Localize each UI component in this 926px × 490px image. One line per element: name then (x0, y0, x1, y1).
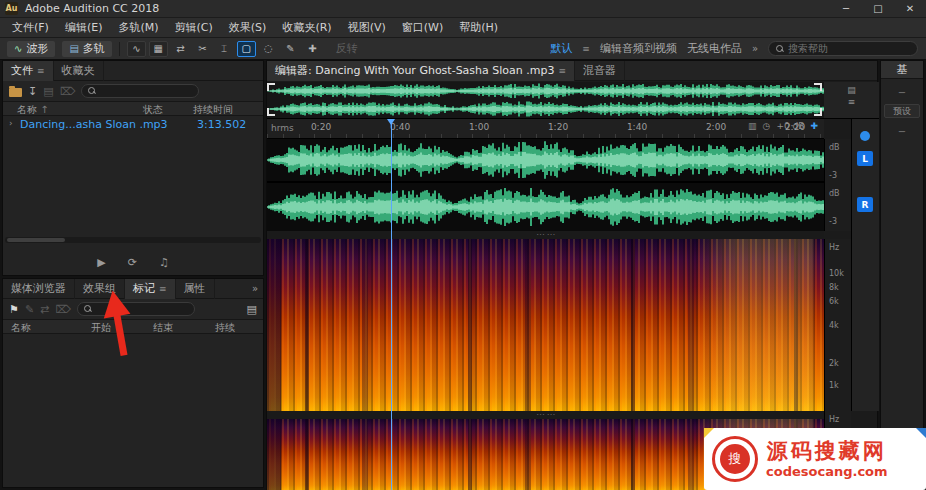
loop-icon[interactable]: ⟳ (128, 256, 137, 269)
move-tool-icon[interactable]: ⇄ (171, 41, 190, 57)
waveform-view-icon[interactable]: ∿ (127, 41, 146, 57)
freq-2k: 2k (829, 359, 839, 368)
tab-files[interactable]: 文件 ≡ (3, 61, 54, 81)
menu-file[interactable]: 文件(F) (4, 18, 57, 37)
overview-right-handle[interactable] (815, 83, 822, 116)
workspace-edit-audio-to-video[interactable]: 编辑音频到视频 (600, 41, 677, 56)
help-search-box[interactable] (768, 41, 918, 56)
spot-healing-tool-icon[interactable]: ✚ (303, 41, 322, 57)
menu-window[interactable]: 窗口(W) (394, 18, 451, 37)
menu-help[interactable]: 帮助(H) (451, 18, 506, 37)
waveform-channel-left[interactable] (267, 139, 824, 183)
left-channel-button[interactable]: L (857, 151, 873, 166)
gain-readout: +0 dB (776, 121, 804, 131)
minimize-button[interactable]: ─ (830, 0, 862, 17)
files-search-input[interactable] (100, 84, 190, 99)
col-duration[interactable]: 持续时间 (193, 103, 233, 117)
overview-strip[interactable] (267, 82, 824, 119)
channel-splitter[interactable]: ⋯ ⋯ (267, 411, 824, 419)
markers-search-icon (84, 305, 92, 313)
editor-panel: 编辑器: Dancing With Your Ghost-Sasha Sloan… (266, 60, 878, 490)
clock-icon[interactable]: ◷ (763, 121, 771, 131)
razor-tool-icon[interactable]: ✂ (193, 41, 212, 57)
tick-1-20: 1:20 (543, 122, 573, 132)
freq-10k: 10k (829, 269, 844, 278)
watermark: 搜 源码搜藏网 codesocang.com (704, 428, 926, 490)
play-icon[interactable]: ▶ (97, 256, 105, 269)
files-panel-menu-icon[interactable]: ≡ (37, 66, 45, 76)
marquee-selection-tool-icon[interactable]: ▢ (237, 41, 256, 57)
right-channel-button[interactable]: R (857, 197, 873, 212)
workspace-default[interactable]: 默认 (550, 41, 572, 56)
menu-edit[interactable]: 编辑(E) (57, 18, 111, 37)
files-search-box[interactable] (81, 84, 199, 98)
mcol-end[interactable]: 结束 (153, 321, 173, 335)
menu-view[interactable]: 视图(V) (340, 18, 394, 37)
multitrack-mode-button[interactable]: ▤ 多轨 (62, 41, 111, 57)
waveform-mode-button[interactable]: ∿ 波形 (7, 41, 55, 57)
help-search-input[interactable] (788, 43, 898, 54)
time-ruler[interactable]: hrms 0:20 0:40 1:00 1:20 1:40 2:00 2:20 … (267, 119, 824, 139)
files-horizontal-scrollbar[interactable] (5, 237, 261, 243)
spectrogram-left[interactable] (267, 239, 824, 411)
level-meter-icon[interactable]: ▥ (748, 121, 757, 131)
crosshair-icon[interactable]: ✚ (810, 121, 818, 131)
tab-mixer[interactable]: 混音器 (575, 61, 625, 81)
overview-side-column: ▤ ≡ (824, 82, 879, 119)
autoplay-speaker-icon[interactable]: ♫ (159, 256, 169, 269)
menu-multitrack[interactable]: 多轨(M) (110, 18, 166, 37)
db-label-left: dB (829, 143, 840, 152)
scrollbar-thumb[interactable] (7, 238, 65, 242)
watermark-seal-glyph: 搜 (720, 444, 750, 474)
editor-panel-menu-icon[interactable]: ≡ (558, 66, 566, 76)
workspace-menu-icon[interactable]: ≡ (582, 44, 590, 54)
tab-editor[interactable]: 编辑器: Dancing With Your Ghost-Sasha Sloan… (267, 61, 575, 81)
tab-essential-sound[interactable]: 基 (881, 61, 923, 79)
add-marker-icon[interactable]: ⚑ (9, 303, 19, 316)
timebase-label[interactable]: hrms (271, 123, 294, 133)
marker-list-view-icon[interactable]: ▤ (247, 303, 257, 316)
channel-options-icon[interactable] (860, 131, 870, 141)
files-search-icon (88, 87, 96, 95)
tab-media-browser[interactable]: 媒体浏览器 (3, 279, 75, 299)
dock-collapse-icon[interactable]: − (881, 87, 923, 98)
time-selection-tool-icon[interactable]: ⌶ (215, 41, 234, 57)
waveform-spectral-splitter[interactable]: ⋯ ⋯ (267, 231, 824, 239)
db-minus3-left: -3 (829, 171, 837, 180)
overview-menu-icon[interactable]: ≡ (848, 97, 856, 107)
spectral-view-icon[interactable]: ▦ (149, 41, 168, 57)
workspace-radio-production[interactable]: 无线电作品 (687, 41, 742, 56)
waveform-channel-right[interactable] (267, 185, 824, 229)
overview-options-icon[interactable]: ▤ (847, 85, 856, 95)
tab-properties[interactable]: 属性 (176, 279, 215, 299)
paintbrush-tool-icon[interactable]: ✎ (281, 41, 300, 57)
tab-favorites[interactable]: 收藏夹 (54, 61, 104, 81)
freq-4k: 4k (829, 321, 839, 330)
file-name[interactable]: Dancing...asha Sloan .mp3 (20, 118, 168, 131)
close-button[interactable]: ✕ (894, 0, 926, 17)
markers-overflow-icon[interactable]: » (252, 283, 263, 294)
waveform-display[interactable] (267, 139, 824, 231)
import-file-icon[interactable]: ↧ (28, 85, 37, 98)
overview-left-handle[interactable] (267, 83, 274, 116)
maximize-button[interactable]: □ (862, 0, 894, 17)
presets-button[interactable]: 预设 (884, 104, 920, 118)
expander-icon[interactable]: › (9, 118, 13, 128)
mcol-name[interactable]: 名称 (11, 321, 31, 335)
menu-clip[interactable]: 剪辑(C) (167, 18, 221, 37)
playhead[interactable] (391, 119, 392, 490)
col-name[interactable]: 名称 ↑ (17, 103, 49, 117)
tab-favorites-label: 收藏夹 (62, 63, 95, 78)
col-status[interactable]: 状态 (143, 103, 163, 117)
workspace-overflow-icon[interactable]: » (752, 43, 758, 54)
files-tabbar: 文件 ≡ 收藏夹 (3, 61, 263, 81)
mcol-duration[interactable]: 持续 (215, 321, 235, 335)
markers-panel-menu-icon[interactable]: ≡ (159, 284, 167, 294)
menu-effects[interactable]: 效果(S) (221, 18, 275, 37)
menu-favorites[interactable]: 收藏夹(R) (274, 18, 339, 37)
delete-marker-icon: ⌦ (55, 303, 71, 316)
file-row[interactable]: › Dancing...asha Sloan .mp3 3:13.502 (3, 116, 263, 133)
dock-collapse-icon-2[interactable]: − (881, 126, 923, 137)
open-file-icon[interactable] (9, 88, 22, 97)
lasso-selection-tool-icon[interactable]: ◌ (259, 41, 278, 57)
